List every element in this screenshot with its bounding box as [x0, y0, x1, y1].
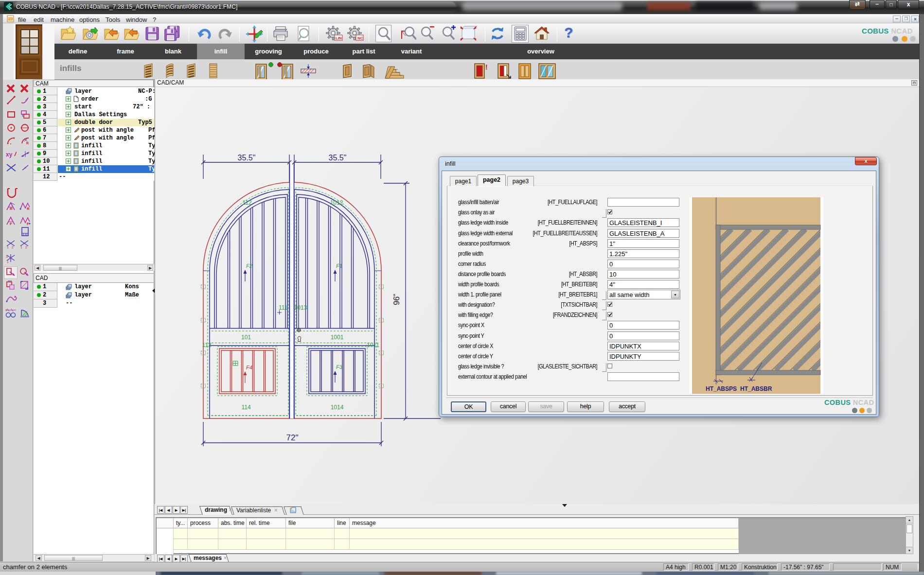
svg-text:35.5": 35.5" — [238, 154, 256, 162]
svg-text:111: 111 — [279, 304, 288, 311]
svg-text:!: ! — [485, 63, 488, 71]
svg-text:LIN: LIN — [336, 36, 342, 40]
svg-text:R: R — [10, 207, 13, 211]
svg-text:72": 72" — [286, 433, 299, 442]
svg-text:112: 112 — [242, 199, 251, 206]
svg-text:F: F — [27, 222, 29, 226]
svg-text:F2: F2 — [246, 263, 252, 269]
svg-text:FMC: FMC — [8, 18, 13, 20]
svg-text:113: 113 — [202, 342, 211, 348]
svg-text:R: R — [26, 141, 29, 145]
svg-text:35.5": 35.5" — [329, 154, 347, 162]
svg-text:F4: F4 — [246, 365, 252, 370]
svg-text:o: o — [5, 308, 7, 312]
svg-text:96": 96" — [392, 294, 401, 305]
svg-text:101: 101 — [241, 334, 251, 341]
svg-text:xy: xy — [6, 151, 13, 158]
svg-text:1012: 1012 — [330, 199, 343, 206]
svg-text:1: 1 — [20, 245, 22, 249]
svg-text:1013: 1013 — [294, 304, 307, 311]
svg-text:1001: 1001 — [331, 334, 344, 341]
svg-text:1: 1 — [7, 260, 9, 263]
svg-text:F3: F3 — [336, 364, 343, 370]
svg-text:HT_ABSBR: HT_ABSBR — [740, 385, 772, 392]
svg-text:NC: NC — [357, 36, 363, 40]
svg-text:2: 2 — [25, 245, 27, 249]
svg-text:114: 114 — [241, 404, 250, 411]
svg-text:1014: 1014 — [331, 404, 344, 411]
svg-text:1: 1 — [7, 245, 9, 249]
svg-text:3: 3 — [6, 255, 8, 258]
svg-text:HT_ABSPS: HT_ABSPS — [706, 385, 737, 392]
svg-text:2: 2 — [12, 245, 14, 249]
svg-text:F: F — [10, 222, 12, 226]
svg-text:1011: 1011 — [367, 342, 379, 348]
svg-text:F1: F1 — [336, 263, 342, 269]
svg-text:R: R — [27, 207, 30, 211]
